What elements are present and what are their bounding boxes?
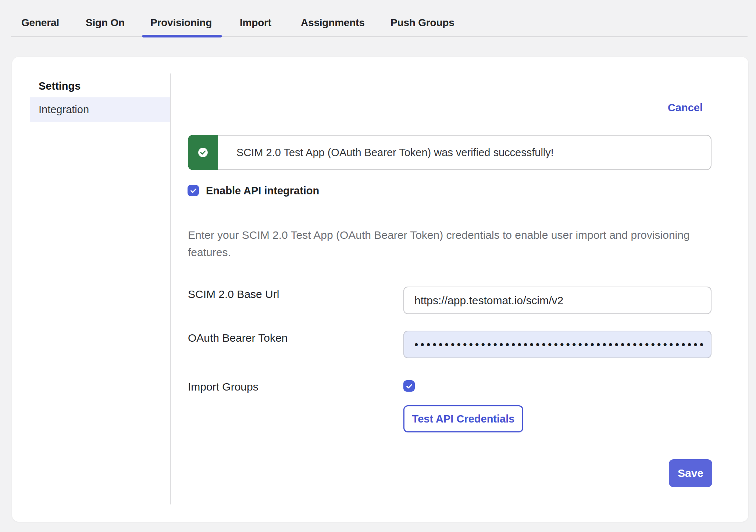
- tab-sign-on[interactable]: Sign On: [86, 16, 125, 29]
- oauth-token-input[interactable]: ••••••••••••••••••••••••••••••••••••••••…: [403, 331, 712, 358]
- alert-message: SCIM 2.0 Test App (OAuth Bearer Token) w…: [218, 147, 554, 159]
- tabbar-divider: [11, 36, 748, 37]
- enable-api-checkbox[interactable]: [188, 185, 199, 196]
- sidebar-item-label: Integration: [30, 104, 89, 116]
- tab-import[interactable]: Import: [240, 16, 271, 29]
- import-groups-checkbox[interactable]: [403, 380, 415, 392]
- oauth-token-label: OAuth Bearer Token: [188, 332, 288, 344]
- success-alert: SCIM 2.0 Test App (OAuth Bearer Token) w…: [188, 135, 712, 170]
- check-icon: [405, 382, 413, 390]
- tab-general[interactable]: General: [21, 16, 59, 29]
- enable-api-label: Enable API integration: [206, 185, 319, 197]
- sidebar-divider: [170, 73, 171, 504]
- tab-provisioning[interactable]: Provisioning: [150, 16, 212, 29]
- cancel-button[interactable]: Cancel: [668, 102, 703, 114]
- test-api-credentials-label: Test API Credentials: [412, 413, 515, 425]
- credentials-description: Enter your SCIM 2.0 Test App (OAuth Bear…: [188, 226, 717, 261]
- tab-bar: General Sign On Provisioning Import Assi…: [0, 0, 756, 38]
- import-groups-label: Import Groups: [188, 381, 258, 393]
- save-button-label: Save: [678, 467, 703, 479]
- active-tab-indicator: [142, 35, 222, 37]
- alert-message-panel: SCIM 2.0 Test App (OAuth Bearer Token) w…: [218, 135, 712, 170]
- check-circle-icon: [198, 147, 208, 158]
- tab-push-groups[interactable]: Push Groups: [391, 16, 454, 29]
- provisioning-settings-card: Settings Integration Cancel SCIM 2.0 Tes…: [12, 57, 748, 522]
- check-icon: [189, 187, 197, 195]
- tab-assignments[interactable]: Assignments: [301, 16, 365, 29]
- base-url-label: SCIM 2.0 Base Url: [188, 288, 279, 300]
- base-url-input[interactable]: [403, 287, 712, 314]
- save-button[interactable]: Save: [669, 459, 712, 487]
- alert-icon-panel: [188, 135, 218, 170]
- sidebar-heading: Settings: [39, 80, 81, 92]
- test-api-credentials-button[interactable]: Test API Credentials: [403, 405, 523, 432]
- sidebar-item-integration[interactable]: Integration: [30, 97, 170, 122]
- oauth-token-masked-value: ••••••••••••••••••••••••••••••••••••••••…: [404, 338, 706, 351]
